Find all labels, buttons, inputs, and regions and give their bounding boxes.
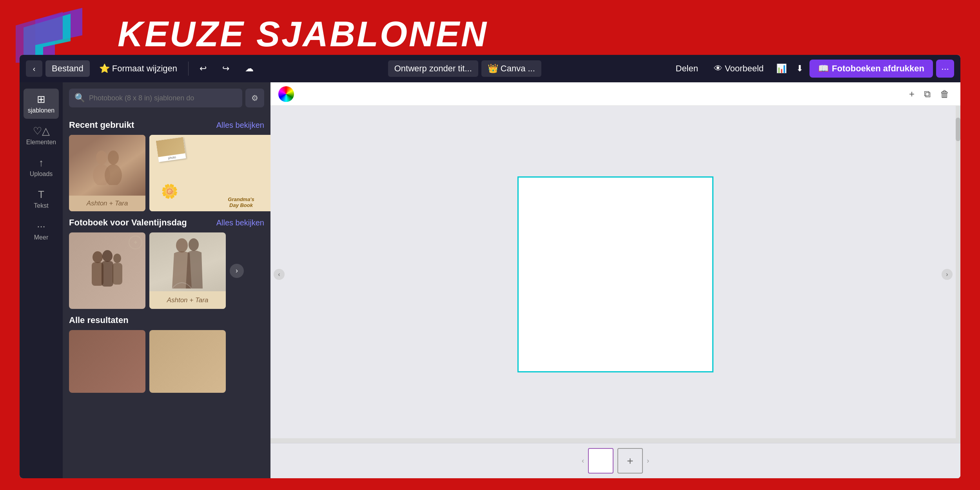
- app-container: ‹ Bestand ⭐ Formaat wijzigen ↩ ↪ ☁ Ontwe…: [20, 55, 960, 478]
- grid-icon: ⊞: [37, 93, 45, 105]
- svg-point-4: [93, 251, 103, 263]
- canvas-area: + ⧉ 🗑 ↻ ‹ ›: [270, 82, 960, 478]
- save-cloud-button[interactable]: ☁: [239, 60, 260, 77]
- canvas-page[interactable]: [517, 176, 713, 372]
- sidebar-item-elementen[interactable]: ♡△ Elementen: [24, 120, 59, 151]
- color-picker[interactable]: [278, 86, 294, 102]
- add-page-button[interactable]: +: [617, 448, 643, 474]
- sidebar-item-tekst[interactable]: T Tekst: [24, 184, 59, 214]
- valentine-section-header: Fotoboek voor Valentijnsdag Alles bekijk…: [69, 218, 264, 228]
- download-button[interactable]: ⬇: [793, 60, 806, 77]
- template-card-val-1[interactable]: ✦: [69, 232, 145, 309]
- main-content: ⊞ sjablonen ♡△ Elementen ↑ Uploads T Tek…: [20, 82, 960, 478]
- template-panel: 🔍 ⚙ Recent gebruikt Alles bekijken: [63, 82, 270, 478]
- svg-rect-9: [113, 263, 122, 285]
- page-title: KEUZE SJABLONEN: [118, 14, 488, 54]
- all-results-title: Alle resultaten: [69, 315, 129, 325]
- bottom-strip: ‹ + ›: [270, 443, 960, 478]
- sidebar-item-uploads[interactable]: ↑ Uploads: [24, 152, 59, 182]
- elements-icon: ♡△: [33, 125, 50, 137]
- upload-icon: ↑: [39, 157, 44, 169]
- bestand-button[interactable]: Bestand: [45, 60, 90, 77]
- template-card-recent-2[interactable]: photo: [149, 135, 270, 211]
- delete-page-button[interactable]: 🗑: [937, 85, 953, 103]
- all-results-section-header: Alle resultaten: [69, 315, 264, 325]
- duplicate-page-button[interactable]: ⧉: [921, 85, 934, 103]
- search-input-wrap: 🔍: [69, 89, 242, 107]
- recent-title: Recent gebruikt: [69, 120, 134, 130]
- result-card-2[interactable]: [149, 330, 226, 393]
- template-card-val-2[interactable]: Ashton + Tara: [149, 232, 226, 309]
- vertical-scrollbar[interactable]: [956, 106, 960, 443]
- canvas-next-button[interactable]: ›: [942, 269, 953, 280]
- svg-point-5: [102, 250, 113, 262]
- text-icon: T: [38, 189, 44, 201]
- template-image-1: [69, 135, 145, 196]
- delen-button[interactable]: Delen: [670, 60, 704, 77]
- scrollbar-thumb-v[interactable]: [956, 118, 960, 141]
- template-panel-scroll[interactable]: Recent gebruikt Alles bekijken: [63, 111, 270, 478]
- toolbar-divider-1: [188, 62, 189, 76]
- recent-section-header: Recent gebruikt Alles bekijken: [69, 120, 264, 130]
- back-button[interactable]: ‹: [26, 60, 42, 77]
- bottom-nav-right[interactable]: ›: [647, 457, 649, 465]
- search-input[interactable]: [89, 94, 237, 102]
- voorbeeld-button[interactable]: 👁 Voorbeeld: [708, 60, 770, 77]
- sidebar-icons: ⊞ sjablonen ♡△ Elementen ↑ Uploads T Tek…: [20, 82, 63, 478]
- undo-button[interactable]: ↩: [193, 60, 213, 77]
- canvas-toolbar-left: [278, 86, 294, 102]
- all-results-grid: [69, 330, 264, 393]
- toolbar-right: Delen 👁 Voorbeeld 📊 ⬇ 📖 Fotoboeken afdru…: [670, 60, 955, 78]
- format-button[interactable]: ⭐ Formaat wijzigen: [93, 60, 183, 77]
- more-button[interactable]: ···: [936, 60, 954, 78]
- valentine-nav-arrow[interactable]: ›: [230, 264, 244, 278]
- result-card-1[interactable]: [69, 330, 145, 393]
- svg-point-11: [189, 238, 199, 251]
- print-button[interactable]: 📖 Fotoboeken afdrukken: [809, 60, 933, 78]
- sidebar-item-meer[interactable]: ··· Meer: [24, 216, 59, 246]
- search-icon: 🔍: [74, 93, 85, 103]
- sidebar-item-sjablonen[interactable]: ⊞ sjablonen: [24, 89, 59, 119]
- design-title[interactable]: Ontwerp zonder tit...: [388, 60, 478, 77]
- canvas-toolbar-right: + ⧉ 🗑: [906, 85, 953, 103]
- template-card-recent-1[interactable]: Ashton + Tara: [69, 135, 145, 211]
- template-caption-1: Ashton + Tara: [69, 196, 145, 211]
- svg-rect-8: [102, 261, 113, 287]
- valentine-templates-grid: ✦: [69, 232, 264, 309]
- valentine-link[interactable]: Alles bekijken: [216, 218, 264, 227]
- recent-templates-grid: Ashton + Tara photo: [69, 135, 264, 211]
- recent-link[interactable]: Alles bekijken: [216, 121, 264, 130]
- more-dots-icon: ···: [37, 220, 45, 232]
- page-thumbnail-1[interactable]: [588, 448, 613, 474]
- canva-badge: 👑 Canva ...: [481, 60, 541, 77]
- svg-point-0: [96, 151, 107, 165]
- svg-point-1: [108, 151, 119, 165]
- canvas-workspace[interactable]: ↻ ‹ ›: [270, 106, 960, 443]
- svg-point-6: [113, 254, 121, 263]
- search-bar: 🔍 ⚙: [63, 82, 270, 111]
- valentine-title: Fotoboek voor Valentijnsdag: [69, 218, 187, 228]
- svg-point-10: [176, 238, 188, 252]
- toolbar: ‹ Bestand ⭐ Formaat wijzigen ↩ ↪ ☁ Ontwe…: [20, 55, 960, 82]
- add-page-toolbar-button[interactable]: +: [906, 85, 918, 103]
- redo-button[interactable]: ↪: [216, 60, 236, 77]
- canvas-toolbar: + ⧉ 🗑: [270, 82, 960, 106]
- horizontal-scrollbar[interactable]: [270, 438, 956, 443]
- canvas-prev-button[interactable]: ‹: [274, 269, 285, 280]
- filter-button[interactable]: ⚙: [245, 89, 264, 107]
- bottom-nav-left[interactable]: ‹: [582, 457, 584, 465]
- chart-button[interactable]: 📊: [773, 60, 790, 77]
- toolbar-center: Ontwerp zonder tit... 👑 Canva ...: [388, 60, 541, 77]
